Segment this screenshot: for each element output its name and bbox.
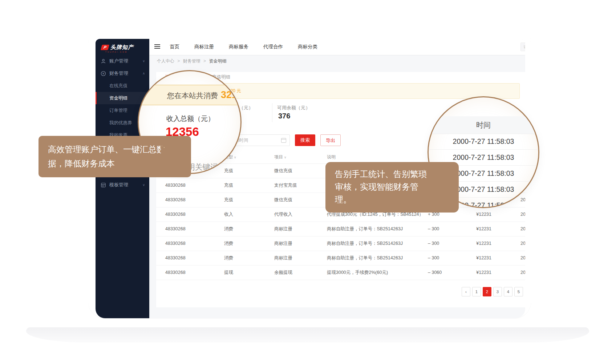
search-button[interactable]: 搜索 bbox=[295, 134, 315, 146]
cell-order: 48330268 bbox=[165, 222, 186, 236]
cell-type: 收入 bbox=[224, 207, 233, 222]
cell-type: 消费 bbox=[224, 251, 233, 265]
cell-project: 商标注册 bbox=[274, 251, 292, 265]
svg-text:¥: ¥ bbox=[102, 72, 104, 75]
stage: P 头牌知产 TOUPAI.COM 账户管理 ∨ ¥ 财务管理 ∧ bbox=[0, 0, 616, 364]
table-row: 48330268提现余额提现提现3000元，手续费2%(60元)– 3060¥1… bbox=[156, 266, 525, 280]
nav-item[interactable]: 商标分类 bbox=[298, 44, 317, 50]
chevron-down-icon: ∨ bbox=[142, 59, 145, 63]
cell-time: 2000-7-27 11:58:03 bbox=[520, 207, 525, 222]
table-row: 48330268消费商标注册商标自助注册，订单号：SB2514263J– 300… bbox=[156, 251, 525, 266]
pagination-page-2[interactable]: 2 bbox=[483, 287, 491, 296]
cell-type: 消费 bbox=[224, 222, 233, 236]
sidebar: P 头牌知产 TOUPAI.COM 账户管理 ∨ ¥ 财务管理 ∧ bbox=[96, 39, 149, 318]
magnified-banner: 您在本站共消费321247 bbox=[138, 85, 242, 105]
pagination-prev-button[interactable]: ‹ bbox=[462, 287, 470, 296]
breadcrumb-item[interactable]: 财务管理 bbox=[183, 58, 200, 64]
sort-caret-icon: ∨ bbox=[284, 155, 287, 159]
cell-balance: ¥12231 bbox=[462, 251, 491, 265]
pagination: ‹ 12345 bbox=[460, 287, 523, 296]
nav-item[interactable]: 首页 bbox=[170, 44, 179, 50]
nav-item[interactable]: 代理合作 bbox=[263, 44, 283, 50]
cell-amount: – 3060 bbox=[428, 266, 442, 280]
cell-desc: 商标自助注册，订单号：SB2514263J bbox=[327, 236, 403, 251]
brand-name: 头牌知产 bbox=[110, 44, 134, 51]
cell-time: 2000-7-27 11:58:03 bbox=[520, 222, 525, 236]
export-button[interactable]: 导出 bbox=[320, 134, 341, 146]
pagination-page-4[interactable]: 4 bbox=[504, 287, 512, 296]
laptop-stand bbox=[26, 327, 589, 343]
cell-project: 商标注册 bbox=[274, 222, 292, 236]
cell-amount: – 300 bbox=[428, 251, 439, 265]
sidebar-item-templates[interactable]: 模板管理 ∨ bbox=[96, 179, 149, 191]
breadcrumb-separator: > bbox=[177, 58, 180, 64]
callout-right: 告别手工统计、告别繁琐审核，实现智能财务管理。 bbox=[325, 162, 459, 213]
cell-type: 充值 bbox=[224, 193, 233, 207]
brand-subtitle: TOUPAI.COM bbox=[105, 51, 127, 53]
cell-type: 消费 bbox=[224, 236, 233, 251]
cell-type: 充值 bbox=[224, 178, 233, 193]
calendar-icon[interactable] bbox=[281, 138, 286, 143]
cell-project: 余额提现 bbox=[274, 266, 292, 280]
breadcrumb-current: 资金明细 bbox=[209, 58, 226, 64]
cell-time: 2000-7-27 11:58:03 bbox=[520, 251, 525, 265]
cell-desc: 商标自助注册，订单号：SB2514263J bbox=[327, 251, 403, 265]
magnified-time-header: 时间 bbox=[429, 116, 538, 134]
cell-project: 支付宝充值 bbox=[274, 178, 297, 193]
cell-time: 2000-7-27 11:58:03 bbox=[520, 236, 525, 251]
stat-divider bbox=[272, 103, 272, 122]
pagination-page-1[interactable]: 1 bbox=[472, 287, 481, 296]
cell-project: 代理收入 bbox=[274, 207, 292, 222]
brand-logo[interactable]: P 头牌知产 bbox=[101, 44, 134, 51]
cell-desc: 提现3000元，手续费2%(60元) bbox=[327, 266, 388, 280]
cell-time: 2000-7-27 11:58:03 bbox=[520, 266, 525, 280]
template-icon bbox=[101, 182, 106, 188]
sort-caret-icon: ∨ bbox=[234, 155, 236, 159]
top-navbar: 首页商标注册商标服务代理合作商标分类 bbox=[149, 39, 525, 55]
cell-order: 48330268 bbox=[165, 266, 186, 280]
cell-balance: ¥12231 bbox=[462, 236, 491, 251]
banner-prefix: 您在本站共消费 bbox=[167, 92, 218, 100]
brand-logo-icon: P bbox=[101, 45, 109, 50]
pagination-page-5[interactable]: 5 bbox=[514, 287, 523, 296]
header-project[interactable]: 项目∨ bbox=[274, 154, 287, 160]
pagination-page-3[interactable]: 3 bbox=[493, 287, 502, 296]
cell-time: 2000-7-27 11:58:03 bbox=[520, 193, 525, 207]
sidebar-item-label: 模板管理 bbox=[109, 182, 128, 188]
cell-amount: – 300 bbox=[428, 236, 439, 251]
callout-left-arrow bbox=[161, 145, 169, 158]
cell-project: 微信充值 bbox=[274, 193, 292, 207]
income-stat-label: 收入总额（元） bbox=[166, 114, 215, 124]
cell-desc: 商标自助注册，订单号：SB2514263J bbox=[327, 222, 403, 236]
cell-balance: ¥12231 bbox=[462, 266, 491, 280]
cell-amount: – 300 bbox=[428, 222, 439, 236]
table-row: 48330268消费商标注册商标自助注册，订单号：SB2514263J– 300… bbox=[156, 222, 525, 236]
hamburger-menu-icon[interactable] bbox=[154, 44, 160, 49]
cell-order: 48330268 bbox=[165, 207, 186, 222]
header-desc: 说明 bbox=[327, 154, 336, 160]
nav-item[interactable]: 商标服务 bbox=[229, 44, 248, 50]
sidebar-item-account[interactable]: 账户管理 ∨ bbox=[96, 55, 149, 67]
finance-icon: ¥ bbox=[101, 71, 106, 76]
cell-order: 48330268 bbox=[165, 193, 186, 207]
cell-type: 提现 bbox=[224, 266, 233, 280]
sidebar-item-label: 财务管理 bbox=[109, 70, 128, 77]
user-icon bbox=[101, 58, 106, 64]
sidebar-item-online-recharge[interactable]: 在线充值 bbox=[96, 80, 149, 92]
cell-project: 商标注册 bbox=[274, 236, 292, 251]
breadcrumb: 个人中心 > 财务管理 > 资金明细 bbox=[157, 58, 226, 64]
nav-item[interactable]: 商标注册 bbox=[194, 44, 214, 50]
sidebar-item-finance[interactable]: ¥ 财务管理 ∧ bbox=[96, 67, 149, 80]
cell-order: 48330268 bbox=[165, 251, 186, 265]
breadcrumb-item[interactable]: 个人中心 bbox=[157, 58, 174, 64]
cell-type: 充值 bbox=[224, 164, 233, 178]
cell-project: 微信充值 bbox=[274, 164, 292, 178]
cell-order: 48330268 bbox=[165, 236, 186, 251]
callout-right-arrow bbox=[449, 166, 457, 177]
chevron-up-icon: ∧ bbox=[142, 72, 145, 75]
table-row: 48330268消费商标注册商标自助注册，订单号：SB2514263J– 300… bbox=[156, 236, 525, 251]
cell-balance: ¥12231 bbox=[462, 222, 491, 236]
breadcrumb-separator: > bbox=[203, 58, 206, 64]
sidebar-item-label: 账户管理 bbox=[109, 58, 128, 64]
trademark-search-input[interactable] bbox=[520, 43, 525, 51]
